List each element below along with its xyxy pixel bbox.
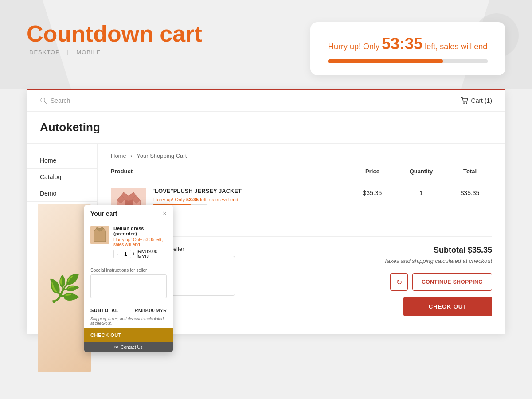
countdown-banner: Hurry up! Only 53:35 left, sales will en… xyxy=(310,22,505,75)
breadcrumb: Home › Your Shopping Cart xyxy=(111,153,492,159)
subtotal-section: Subtotal $35.35 Taxes and shipping calcu… xyxy=(384,246,492,316)
popup-qty-controls: - 1 + xyxy=(113,250,138,258)
qty-plus-button[interactable]: + xyxy=(130,250,138,258)
refresh-icon: ↻ xyxy=(396,278,402,286)
your-cart-popup: Your cart × Delilah dress (preorder) Hur… xyxy=(84,205,173,352)
breadcrumb-arrow: › xyxy=(130,153,134,159)
col-quantity: Quantity xyxy=(395,168,448,175)
popup-item-svg xyxy=(93,227,107,243)
breadcrumb-current: Your Shopping Cart xyxy=(137,153,187,159)
close-icon[interactable]: × xyxy=(163,210,167,217)
countdown-prefix: Hurry up! Only xyxy=(328,42,379,51)
cart-actions: ↻ CONTINUE SHOPPING xyxy=(384,273,492,291)
subtotal-label: Subtotal xyxy=(434,246,466,254)
checkout-button[interactable]: CHECK OUT xyxy=(403,297,492,316)
col-price: Price xyxy=(350,168,395,175)
countdown-time: 53:35 xyxy=(382,35,422,53)
countdown-progress-container xyxy=(328,59,488,63)
popup-shipping-note: Shipping, taxes, and discounts calculate… xyxy=(84,317,173,328)
item-total: $35.35 xyxy=(448,188,492,196)
store-header: Search Cart (1) xyxy=(27,90,505,112)
taxes-note: Taxes and shipping calculated at checkou… xyxy=(384,258,492,264)
popup-title: Your cart xyxy=(90,210,117,217)
svg-point-2 xyxy=(463,102,465,104)
popup-subtotal-amount: RM89.00 MYR xyxy=(135,308,167,313)
search-icon xyxy=(40,97,47,104)
popup-qty-row: - 1 + RM89.00 MYR xyxy=(113,249,167,259)
cart-table-header: Product Price Quantity Total xyxy=(111,168,492,180)
popup-item: Delilah dress (preorder) Hurry up! Only … xyxy=(84,221,173,264)
popup-item-price: RM89.00 MYR xyxy=(138,249,167,259)
popup-item-details: Delilah dress (preorder) Hurry up! Only … xyxy=(113,226,167,259)
sidebar-item-home[interactable]: Home xyxy=(27,153,97,169)
continue-shopping-button[interactable]: CONTINUE SHOPPING xyxy=(412,273,492,291)
svg-line-1 xyxy=(45,102,47,104)
popup-instructions-textarea[interactable] xyxy=(90,274,167,298)
bg-product-image: 🌿 xyxy=(38,204,91,372)
remove-link[interactable]: Remove xyxy=(153,218,350,224)
popup-subtotal-label: SUBTOTAL xyxy=(90,308,118,313)
cart-count-label: Cart (1) xyxy=(471,97,492,104)
col-product: Product xyxy=(111,168,350,175)
countdown-suffix: left, sales will end xyxy=(425,42,487,51)
item-countdown-suffix: left, sales will end xyxy=(200,197,238,202)
search-bar[interactable]: Search xyxy=(40,97,70,104)
store-name: Autoketing xyxy=(27,112,505,144)
subtotal-value: $35.35 xyxy=(468,246,492,254)
item-countdown-prefix: Hurry up! Only xyxy=(153,197,185,202)
refresh-button[interactable]: ↻ xyxy=(390,273,408,291)
popup-item-name: Delilah dress (preorder) xyxy=(113,226,167,236)
subtotal-amount: Subtotal $35.35 xyxy=(384,246,492,255)
qty-value: 1 xyxy=(124,251,127,257)
product-variant: 5 years xyxy=(153,209,350,215)
product-name: 'LOVE''PLUSH JERSEY JACKET xyxy=(153,188,350,194)
popup-item-image xyxy=(90,226,109,244)
mail-icon: ✉ xyxy=(114,345,118,350)
item-quantity: 1 xyxy=(395,188,448,196)
popup-instructions: Special instructions for seller xyxy=(84,264,173,304)
subtitle-divider: | xyxy=(67,49,69,55)
sidebar-item-catalog[interactable]: Catalog xyxy=(27,169,97,185)
breadcrumb-home[interactable]: Home xyxy=(111,153,126,159)
popup-item-countdown: Hurry up! Only 53:35 left, sales will en… xyxy=(113,237,167,247)
popup-header: Your cart × xyxy=(84,205,173,221)
bg-hand-illustration: 🌿 xyxy=(38,204,91,372)
svg-point-0 xyxy=(41,98,45,102)
title-block: Countdown cart DESKTOP | MOBILE xyxy=(27,22,202,55)
countdown-progress-fill xyxy=(328,59,443,63)
search-label: Search xyxy=(51,97,70,104)
cart-icon xyxy=(461,97,469,104)
item-price: $35.35 xyxy=(350,188,395,196)
cart-link[interactable]: Cart (1) xyxy=(461,97,492,104)
popup-checkout-button[interactable]: CHECK OUT xyxy=(84,328,173,342)
sidebar-item-demo[interactable]: Demo xyxy=(27,185,97,202)
contact-us-button[interactable]: ✉ Contact Us xyxy=(84,342,173,352)
contact-label: Contact Us xyxy=(121,345,142,350)
page-subtitle: DESKTOP | MOBILE xyxy=(27,49,202,55)
popup-subtotal: SUBTOTAL RM89.00 MYR xyxy=(84,304,173,317)
popup-instructions-label: Special instructions for seller xyxy=(90,268,167,273)
subtitle-mobile: MOBILE xyxy=(77,49,101,55)
product-details: 'LOVE''PLUSH JERSEY JACKET Hurry up! Onl… xyxy=(153,188,350,224)
page-wrapper: Countdown cart DESKTOP | MOBILE Hurry up… xyxy=(0,0,532,399)
countdown-text: Hurry up! Only 53:35 left, sales will en… xyxy=(328,35,488,53)
col-total: Total xyxy=(448,168,492,175)
page-title: Countdown cart xyxy=(27,22,202,45)
qty-minus-button[interactable]: - xyxy=(113,250,121,258)
subtitle-desktop: DESKTOP xyxy=(29,49,60,55)
svg-point-3 xyxy=(466,102,467,104)
item-countdown: Hurry up! Only 53:35 left, sales will en… xyxy=(153,197,350,202)
item-countdown-time: 53:35 xyxy=(186,197,199,202)
popup-checkout-label: CHECK OUT xyxy=(90,332,121,338)
